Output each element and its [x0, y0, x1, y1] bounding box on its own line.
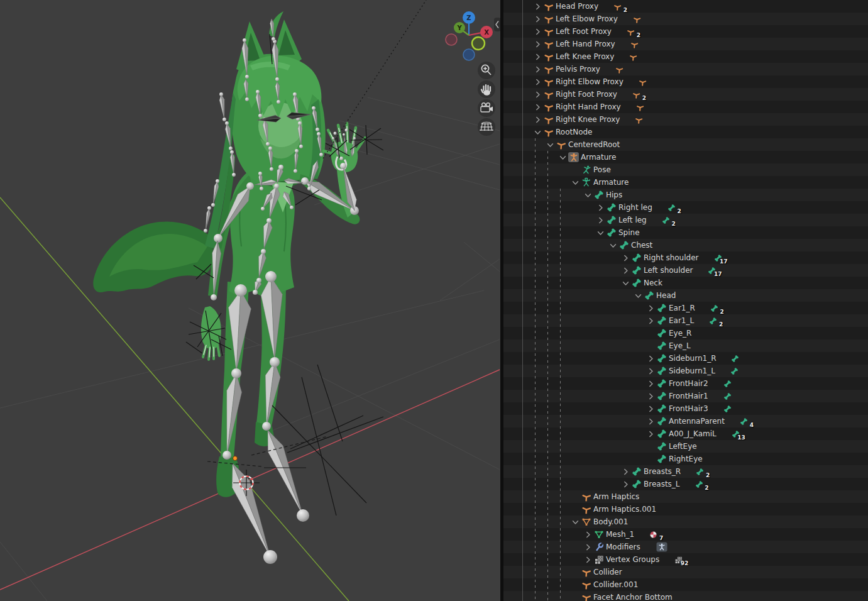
outliner-item-head[interactable]: Head [503, 289, 868, 302]
disclosure-right-icon[interactable] [532, 1, 543, 11]
outliner-item-antennaparent[interactable]: AntennaParent4 [503, 415, 868, 427]
outliner-item-body-001[interactable]: Body.001 [503, 516, 868, 528]
disclosure-right-icon[interactable] [620, 466, 631, 477]
outliner-item-arm-haptics[interactable]: Arm Haptics [503, 490, 868, 503]
disclosure-down-icon[interactable] [608, 240, 618, 250]
disclosure-right-icon[interactable] [532, 64, 543, 74]
disclosure-right-icon[interactable] [595, 215, 606, 225]
outliner-item-left-elbow-proxy[interactable]: Left Elbow Proxy [503, 13, 868, 25]
outliner-item-left-leg[interactable]: Left leg2 [503, 214, 868, 226]
outliner-item-mesh-1[interactable]: Mesh_17 [503, 528, 868, 541]
empty-axes-icon [543, 52, 554, 62]
disclosure-right-icon[interactable] [532, 26, 543, 36]
disclosure-down-icon[interactable] [532, 127, 543, 137]
outliner-item-collider-001[interactable]: Collider.001 [503, 578, 868, 591]
disclosure-right-icon[interactable] [595, 202, 606, 212]
disclosure-right-icon[interactable] [620, 253, 631, 263]
outliner-item-ear1-l[interactable]: Ear1_L2 [503, 314, 868, 327]
disclosure-down-icon[interactable] [545, 140, 556, 150]
outliner-item-rootnode[interactable]: RootNode [503, 126, 868, 138]
disclosure-right-icon[interactable] [620, 479, 631, 489]
zoom-button[interactable] [478, 62, 495, 79]
outliner-item-pose[interactable]: Pose [503, 163, 868, 176]
outliner-item-fronthair3[interactable]: FrontHair3 [503, 402, 868, 415]
disclosure-right-icon[interactable] [532, 39, 543, 49]
outliner-item-sideburn1-r[interactable]: Sideburn1_R [503, 352, 868, 365]
outliner-item-head-proxy[interactable]: Head Proxy2 [503, 0, 868, 13]
disclosure-right-icon[interactable] [583, 529, 593, 539]
empty-axes-icon [543, 77, 554, 87]
outliner-item-lefteye[interactable]: LeftEye [503, 440, 868, 453]
disclosure-right-icon[interactable] [646, 429, 656, 439]
outliner-item-breasts-l[interactable]: Breasts_L2 [503, 478, 868, 490]
disclosure-down-icon[interactable] [570, 177, 581, 187]
disclosure-right-icon[interactable] [532, 102, 543, 112]
outliner-item-right-leg[interactable]: Right leg2 [503, 201, 868, 214]
outliner-item-right-shoulder[interactable]: Right shoulder17 [503, 251, 868, 264]
outliner-item-ear1-r[interactable]: Ear1_R2 [503, 302, 868, 314]
outliner-item-hips[interactable]: Hips [503, 189, 868, 201]
outliner-item-eye-r[interactable]: Eye_R [503, 327, 868, 339]
outliner-item-fronthair2[interactable]: FrontHair2 [503, 377, 868, 390]
disclosure-right-icon[interactable] [532, 114, 543, 124]
disclosure-right-icon[interactable] [646, 416, 656, 426]
outliner-item-chest[interactable]: Chest [503, 239, 868, 251]
outliner-item-pelvis-proxy[interactable]: Pelvis Proxy [503, 63, 868, 75]
disclosure-right-icon[interactable] [646, 366, 656, 376]
disclosure-right-icon[interactable] [532, 89, 543, 99]
outliner-item-spine[interactable]: Spine [503, 226, 868, 239]
disclosure-right-icon[interactable] [646, 404, 656, 414]
disclosure-right-icon[interactable] [646, 303, 656, 313]
outliner-item-right-elbow-proxy[interactable]: Right Elbow Proxy [503, 75, 868, 88]
disclosure-right-icon[interactable] [646, 316, 656, 326]
outliner-item-left-hand-proxy[interactable]: Left Hand Proxy [503, 38, 868, 50]
disclosure-right-icon[interactable] [620, 265, 631, 275]
disclosure-right-icon[interactable] [532, 52, 543, 62]
outliner-item-right-hand-proxy[interactable]: Right Hand Proxy [503, 101, 868, 113]
disclosure-down-icon[interactable] [620, 278, 631, 288]
outliner-item-vertex-groups[interactable]: Vertex Groups92 [503, 553, 868, 566]
outliner-item-label: Right leg [618, 203, 652, 212]
outliner-item-facet-anchor-bottom[interactable]: Facet Anchor Bottom [503, 591, 868, 601]
outliner-item-eye-l[interactable]: Eye_L [503, 339, 868, 352]
camera-view-button[interactable] [478, 99, 495, 117]
axis-x-neg-ball[interactable] [446, 34, 457, 45]
outliner-item-right-knee-proxy[interactable]: Right Knee Proxy [503, 113, 868, 126]
disclosure-right-icon[interactable] [532, 14, 543, 24]
outliner-item-left-knee-proxy[interactable]: Left Knee Proxy [503, 50, 868, 63]
disclosure-right-icon[interactable] [646, 391, 656, 401]
disclosure-down-icon[interactable] [558, 152, 568, 162]
outliner-item-collider[interactable]: Collider [503, 566, 868, 578]
viewport-3d[interactable]: Z Y X [0, 0, 500, 601]
outliner-item-left-shoulder[interactable]: Left shoulder17 [503, 264, 868, 277]
outliner-item-neck[interactable]: Neck [503, 277, 868, 289]
viewport-canvas[interactable]: Z Y X [0, 0, 500, 601]
disclosure-down-icon[interactable] [570, 517, 581, 527]
outliner-item-armature[interactable]: Armature [503, 151, 868, 163]
disclosure-right-icon[interactable] [583, 554, 593, 565]
outliner-item-right-foot-proxy[interactable]: Right Foot Proxy2 [503, 88, 868, 101]
disclosure-down-icon[interactable] [633, 290, 644, 300]
outliner-item-armature[interactable]: Armature [503, 176, 868, 189]
grid-toggle-button[interactable] [478, 118, 495, 136]
disclosure-right-icon[interactable] [583, 542, 593, 552]
outliner-item-breasts-r[interactable]: Breasts_R2 [503, 465, 868, 478]
disclosure-down-icon[interactable] [583, 190, 593, 200]
outliner-item-centeredroot[interactable]: CenteredRoot [503, 138, 868, 151]
outliner-panel[interactable]: Head Proxy2Left Elbow ProxyLeft Foot Pro… [503, 0, 868, 601]
axis-z-neg-ball[interactable] [463, 49, 475, 60]
disclosure-right-icon[interactable] [646, 378, 656, 389]
outliner-item-fronthair1[interactable]: FrontHair1 [503, 390, 868, 402]
outliner-item-arm-haptics-001[interactable]: Arm Haptics.001 [503, 503, 868, 516]
outliner-item-modifiers[interactable]: Modifiers [503, 541, 868, 553]
disclosure-down-icon[interactable] [595, 228, 606, 238]
outliner-item-sideburn1-l[interactable]: Sideburn1_L [503, 365, 868, 377]
region-collapse-handle[interactable] [494, 18, 500, 31]
outliner-item-righteye[interactable]: RightEye [503, 453, 868, 465]
outliner-item-a00-j-kamil[interactable]: A00_J_KamiL13 [503, 427, 868, 440]
outliner-item-left-foot-proxy[interactable]: Left Foot Proxy2 [503, 25, 868, 38]
pan-button[interactable] [478, 80, 495, 98]
disclosure-right-icon[interactable] [532, 77, 543, 87]
disclosure-right-icon[interactable] [646, 353, 656, 363]
axis-y-neg-ball[interactable] [472, 37, 485, 50]
